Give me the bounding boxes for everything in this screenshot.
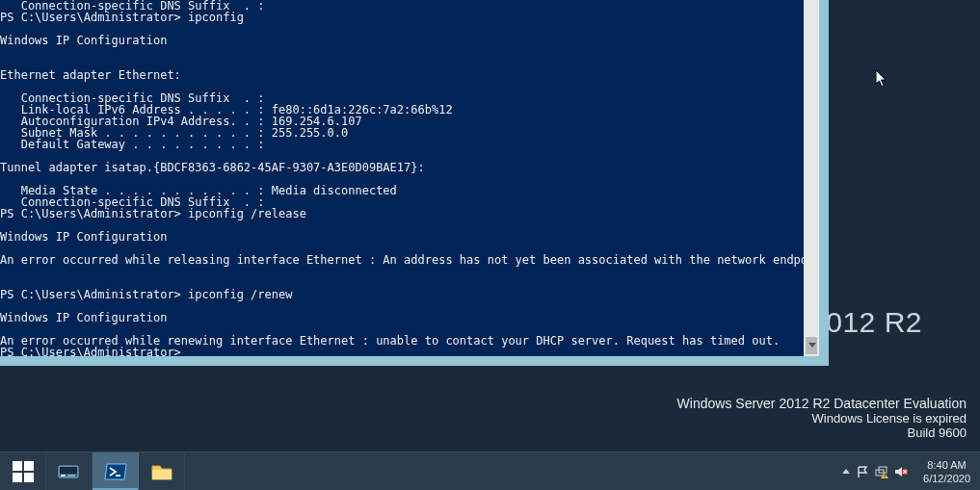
scrollbar-thumb[interactable] bbox=[806, 337, 817, 354]
watermark-edition: Windows Server 2012 R2 Datacenter Evalua… bbox=[677, 396, 967, 411]
console-line: An error occurred while releasing interf… bbox=[0, 254, 804, 266]
watermark-build: Build 9600 bbox=[677, 426, 967, 440]
console-line: Windows IP Configuration bbox=[0, 35, 804, 46]
console-line: PS C:\Users\Administrator> bbox=[0, 347, 804, 356]
desktop: 012 R2 Connection-specific DNS Suffix . … bbox=[0, 0, 980, 490]
console-line bbox=[0, 46, 804, 58]
desktop-os-brand: 012 R2 bbox=[826, 306, 922, 339]
powershell-window[interactable]: Connection-specific DNS Suffix . :PS C:\… bbox=[0, 0, 829, 366]
console-line: PS C:\Users\Administrator> ipconfig /ren… bbox=[0, 289, 804, 300]
powershell-icon bbox=[102, 460, 129, 483]
svg-rect-11 bbox=[885, 477, 886, 477]
console-line: PS C:\Users\Administrator> ipconfig bbox=[0, 12, 804, 23]
scrollbar-down-arrow-icon bbox=[808, 343, 816, 348]
desktop-watermark: Windows Server 2012 R2 Datacenter Evalua… bbox=[677, 396, 967, 440]
taskbar-left bbox=[0, 452, 185, 490]
taskbar-powershell[interactable] bbox=[93, 452, 139, 490]
console-line: Windows IP Configuration bbox=[0, 231, 804, 243]
svg-rect-10 bbox=[885, 474, 886, 476]
system-tray[interactable]: 8:40 AM 6/12/2020 bbox=[842, 452, 980, 490]
svg-rect-5 bbox=[60, 467, 77, 474]
volume-mute-icon[interactable] bbox=[894, 465, 908, 478]
taskbar-server-manager[interactable] bbox=[46, 452, 93, 490]
svg-rect-3 bbox=[24, 473, 34, 482]
svg-rect-2 bbox=[13, 473, 22, 482]
svg-rect-7 bbox=[67, 475, 75, 477]
scrollbar-vertical[interactable] bbox=[804, 0, 819, 356]
mouse-cursor-icon bbox=[875, 69, 890, 89]
svg-rect-0 bbox=[13, 461, 22, 471]
console-line: Tunnel adapter isatap.{BDCF8363-6862-45A… bbox=[0, 162, 804, 173]
console-line: PS C:\Users\Administrator> ipconfig /rel… bbox=[0, 208, 804, 219]
clock-date: 6/12/2020 bbox=[923, 472, 970, 485]
console-line: Windows IP Configuration bbox=[0, 312, 804, 323]
tray-icons bbox=[842, 465, 908, 478]
console-line: Default Gateway . . . . . . . . . : bbox=[0, 139, 804, 150]
tray-overflow-icon[interactable] bbox=[842, 469, 850, 474]
folder-icon bbox=[148, 460, 175, 483]
taskbar-clock[interactable]: 8:40 AM 6/12/2020 bbox=[915, 458, 970, 485]
powershell-console-output[interactable]: Connection-specific DNS Suffix . :PS C:\… bbox=[0, 0, 804, 356]
windows-logo-icon bbox=[13, 461, 34, 482]
start-button[interactable] bbox=[0, 452, 46, 490]
console-line: Ethernet adapter Ethernet: bbox=[0, 69, 804, 81]
server-manager-icon bbox=[56, 460, 83, 483]
action-center-flag-icon[interactable] bbox=[856, 465, 869, 478]
svg-rect-1 bbox=[24, 461, 34, 471]
network-warning-icon[interactable] bbox=[875, 465, 888, 478]
svg-rect-6 bbox=[61, 475, 66, 477]
clock-time: 8:40 AM bbox=[923, 458, 970, 472]
taskbar[interactable]: 8:40 AM 6/12/2020 bbox=[0, 451, 980, 490]
console-line bbox=[0, 266, 804, 277]
taskbar-file-explorer[interactable] bbox=[139, 452, 185, 490]
watermark-license: Windows License is expired bbox=[677, 411, 967, 426]
